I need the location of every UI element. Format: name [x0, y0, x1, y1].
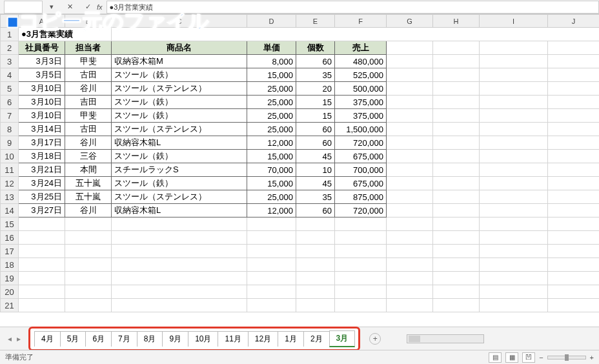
cell-sales[interactable]: 875,000: [335, 190, 387, 204]
cell-product[interactable]: スチールラックS: [112, 163, 247, 177]
row-header-2[interactable]: 2: [1, 41, 19, 55]
cell-product[interactable]: 収納容木箱L: [112, 204, 247, 217]
cell-rep[interactable]: 谷川: [65, 136, 112, 150]
sheet-tab-3月[interactable]: 3月: [329, 330, 356, 347]
cell-price[interactable]: 25,000: [247, 96, 296, 109]
cell-empty[interactable]: [548, 150, 600, 163]
cell-empty[interactable]: [247, 258, 296, 272]
cell-empty[interactable]: [19, 285, 65, 299]
cell-empty[interactable]: [548, 299, 600, 312]
row-header-20[interactable]: 20: [1, 285, 19, 299]
cell-empty[interactable]: [433, 82, 480, 96]
view-normal-icon[interactable]: ▤: [489, 352, 502, 363]
cell-empty[interactable]: [480, 68, 548, 82]
row-header-12[interactable]: 12: [1, 177, 19, 190]
cell-sales[interactable]: 375,000: [335, 96, 387, 109]
cell-empty[interactable]: [335, 231, 387, 245]
row-header-6[interactable]: 6: [1, 96, 19, 109]
cell-qty[interactable]: 15: [296, 96, 335, 109]
cell-qty[interactable]: 45: [296, 150, 335, 163]
cell-empty[interactable]: [387, 258, 433, 272]
row-header-3[interactable]: 3: [1, 55, 19, 68]
cell-empty[interactable]: [480, 299, 548, 312]
cell-rep[interactable]: 甲斐: [65, 55, 112, 68]
name-box[interactable]: [4, 1, 43, 14]
cell-date[interactable]: 3月14日: [19, 123, 65, 136]
cell-rep[interactable]: 吉田: [65, 96, 112, 109]
cell-empty[interactable]: [387, 231, 433, 245]
cell-empty[interactable]: [19, 272, 65, 285]
row-header-1[interactable]: 1: [1, 28, 19, 41]
cell-empty[interactable]: [387, 217, 433, 231]
cell-empty[interactable]: [548, 217, 600, 231]
sheet-tab-10月[interactable]: 10月: [188, 331, 218, 347]
cell-empty[interactable]: [548, 177, 600, 190]
cell-price[interactable]: 8,000: [247, 55, 296, 68]
cell-empty[interactable]: [387, 82, 433, 96]
cell-qty[interactable]: 45: [296, 177, 335, 190]
cell-sales[interactable]: 1,500,000: [335, 123, 387, 136]
sheet-tab-9月[interactable]: 9月: [162, 331, 188, 347]
cell-qty[interactable]: 60: [296, 55, 335, 68]
row-header-14[interactable]: 14: [1, 204, 19, 217]
zoom-slider-thumb[interactable]: [565, 354, 569, 361]
cell-empty[interactable]: [296, 231, 335, 245]
cell-date[interactable]: 3月5日: [19, 68, 65, 82]
cell-qty[interactable]: 60: [296, 136, 335, 150]
cell-date[interactable]: 3月17日: [19, 136, 65, 150]
cell-date[interactable]: 3月27日: [19, 204, 65, 217]
cell-empty[interactable]: [433, 299, 480, 312]
cell-empty[interactable]: [433, 123, 480, 136]
cell-empty[interactable]: [433, 204, 480, 217]
cell-empty[interactable]: [387, 96, 433, 109]
row-header-11[interactable]: 11: [1, 163, 19, 177]
col-header-G[interactable]: G: [387, 15, 433, 28]
cell-product[interactable]: スツール（ステンレス）: [112, 82, 247, 96]
cell-empty[interactable]: [433, 272, 480, 285]
cell-empty[interactable]: [548, 55, 600, 68]
row-header-17[interactable]: 17: [1, 245, 19, 258]
cell-title[interactable]: ●3月営業実績: [19, 28, 112, 41]
cell-empty[interactable]: [112, 231, 247, 245]
col-header-J[interactable]: J: [548, 15, 600, 28]
cell-price[interactable]: 15,000: [247, 150, 296, 163]
cell-price[interactable]: 25,000: [247, 190, 296, 204]
cell-empty[interactable]: [387, 204, 433, 217]
cell-hdr-empno[interactable]: 社員番号: [19, 41, 65, 55]
cell-price[interactable]: 15,000: [247, 177, 296, 190]
cell-empty[interactable]: [335, 217, 387, 231]
cell-empty[interactable]: [433, 245, 480, 258]
zoom-in-button[interactable]: +: [590, 354, 594, 361]
col-header-D[interactable]: D: [247, 15, 296, 28]
worksheet-grid[interactable]: ABCDEFGHIJ1●3月営業実績2社員番号担当者商品名単価個数売上33月3日…: [0, 14, 599, 327]
cell-empty[interactable]: [296, 299, 335, 312]
cell-hdr-qty[interactable]: 個数: [296, 41, 335, 55]
cell-empty[interactable]: [433, 231, 480, 245]
add-sheet-button[interactable]: +: [369, 333, 381, 345]
cell-empty[interactable]: [335, 272, 387, 285]
cell-price[interactable]: 25,000: [247, 109, 296, 123]
cell-empty[interactable]: [247, 285, 296, 299]
zoom-slider[interactable]: [547, 356, 586, 359]
cell-empty[interactable]: [548, 163, 600, 177]
cell-sales[interactable]: 720,000: [335, 136, 387, 150]
cell-qty[interactable]: 60: [296, 123, 335, 136]
view-page-break-icon[interactable]: 凹: [522, 352, 535, 363]
cell-empty[interactable]: [433, 96, 480, 109]
cell-date[interactable]: 3月25日: [19, 190, 65, 204]
cell-rep[interactable]: 本間: [65, 163, 112, 177]
cell-empty[interactable]: [247, 272, 296, 285]
row-header-8[interactable]: 8: [1, 123, 19, 136]
cell-empty[interactable]: [433, 285, 480, 299]
row-header-21[interactable]: 21: [1, 299, 19, 312]
cell-empty[interactable]: [548, 68, 600, 82]
sheet-tab-1月[interactable]: 1月: [278, 331, 304, 347]
cell-rep[interactable]: 三谷: [65, 150, 112, 163]
cell-empty[interactable]: [548, 96, 600, 109]
cell-empty[interactable]: [480, 96, 548, 109]
cell-empty[interactable]: [480, 272, 548, 285]
cell-empty[interactable]: [548, 136, 600, 150]
horizontal-scrollbar[interactable]: [407, 334, 484, 343]
cell-empty[interactable]: [387, 109, 433, 123]
cell-price[interactable]: 25,000: [247, 82, 296, 96]
